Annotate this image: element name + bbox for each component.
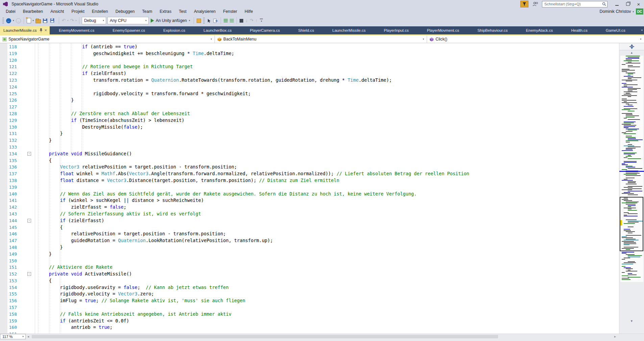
new-file-chevron-icon[interactable]: ▾ bbox=[32, 19, 35, 22]
menu-item-analysieren[interactable]: Analysieren bbox=[190, 8, 219, 15]
close-button[interactable]: × bbox=[633, 0, 644, 8]
code-line-151[interactable]: 151 // Aktiviere die Rakete bbox=[0, 264, 619, 271]
undo-chevron-icon[interactable]: ▾ bbox=[67, 19, 69, 22]
code-line-128[interactable]: 128 // Zerstöre erst nach Ablauf der Leb… bbox=[0, 110, 619, 117]
attach-to-process-button[interactable] bbox=[196, 17, 202, 24]
code-line-158[interactable]: 158 // Falls keine Antriebszeit angegebe… bbox=[0, 311, 619, 318]
toolbar-drag-handle[interactable] bbox=[2, 18, 4, 24]
code-line-124[interactable]: 124 bbox=[0, 84, 619, 90]
attach-chevron-icon[interactable]: ▾ bbox=[188, 19, 191, 22]
comment-button[interactable] bbox=[223, 17, 229, 24]
solution-configuration-combo[interactable]: Debug ▾ bbox=[82, 17, 106, 24]
navigate-forward-button[interactable]: → bbox=[15, 17, 22, 24]
code-line-143[interactable]: 143 // Sofern Zielerfassung aktiv ist, w… bbox=[0, 211, 619, 217]
code-line-152[interactable]: 152- private void ActivateMissile() bbox=[0, 271, 619, 278]
code-line-156[interactable]: 156 imFlug = true; // Solange Rakete akt… bbox=[0, 297, 619, 304]
code-line-119[interactable]: 119 geschwindigkeit += beschleunigung * … bbox=[0, 50, 619, 57]
uncomment-button[interactable] bbox=[229, 17, 235, 24]
menu-item-ansicht[interactable]: Ansicht bbox=[47, 8, 68, 15]
menu-item-hilfe[interactable]: Hilfe bbox=[241, 8, 257, 15]
project-dropdown[interactable]: SpaceNavigatorGame ▾ bbox=[0, 35, 215, 43]
code-line-149[interactable]: 149 } bbox=[0, 251, 619, 258]
menu-item-debuggen[interactable]: Debuggen bbox=[112, 8, 139, 15]
code-line-134[interactable]: 134- private void MissileGuidance() bbox=[0, 151, 619, 157]
tab-gameui[interactable]: GameUI.cs bbox=[597, 26, 635, 34]
code-line-137[interactable]: 137 float winkel = Mathf.Abs(Vector3.Ang… bbox=[0, 170, 619, 177]
minimize-button[interactable] bbox=[612, 0, 622, 8]
code-line-142[interactable]: 142 zielErfasst = false; bbox=[0, 204, 619, 211]
code-line-147[interactable]: 147 guidedRotation = Quaternion.LookRota… bbox=[0, 237, 619, 244]
code-line-145[interactable]: 145 { bbox=[0, 224, 619, 231]
code-line-122[interactable]: 122 if (zielErfasst) bbox=[0, 70, 619, 77]
editor-zoom-combo[interactable]: 117 % ▾ bbox=[0, 334, 26, 339]
collapse-region-button[interactable]: - bbox=[27, 272, 31, 276]
collapse-region-button[interactable]: - bbox=[27, 152, 31, 156]
tab-enemyspawner[interactable]: EnemySpawner.cs bbox=[103, 26, 154, 34]
code-line-144[interactable]: 144- if (zielErfasst) bbox=[0, 217, 619, 224]
tab-playerinput[interactable]: PlayerInput.cs bbox=[375, 26, 418, 34]
code-line-140[interactable]: 140 // Wenn das Ziel aus dem Sichtfeld g… bbox=[0, 191, 619, 198]
selection-pointer-button[interactable] bbox=[206, 17, 212, 24]
code-line-141[interactable]: 141 if (winkel > suchKegel || distance >… bbox=[0, 197, 619, 204]
tab-explosion[interactable]: Explosion.cs bbox=[154, 26, 194, 34]
type-dropdown[interactable]: BackToMainMenu ▾ bbox=[215, 35, 427, 43]
save-button[interactable] bbox=[42, 17, 48, 24]
search-input[interactable] bbox=[542, 2, 601, 6]
code-line-138[interactable]: 138 float distance = Vector3.Distance(ta… bbox=[0, 177, 619, 184]
code-line-160[interactable]: 160 antrieb = true; bbox=[0, 324, 619, 331]
code-line-132[interactable]: 132 } bbox=[0, 137, 619, 144]
editor-splitter-handle[interactable] bbox=[619, 43, 644, 50]
close-tab-icon[interactable]: × bbox=[45, 26, 47, 34]
restore-button[interactable] bbox=[622, 0, 633, 8]
tab-enemyatack[interactable]: EnemyAtack.cs bbox=[517, 26, 562, 34]
code-line-130[interactable]: 130 DestroyMissile(false); bbox=[0, 124, 619, 131]
member-dropdown[interactable]: Click() ▾ bbox=[427, 35, 644, 43]
scroll-right-arrow[interactable]: ▸ bbox=[614, 335, 616, 338]
tab-enemymovement[interactable]: EnemyMovement.cs bbox=[50, 26, 103, 34]
horizontal-scroll-thumb[interactable] bbox=[32, 335, 498, 338]
redo-button[interactable]: ↷ bbox=[69, 17, 75, 24]
tab-overflow-chevron-icon[interactable]: ▾ bbox=[641, 26, 643, 34]
tab-playermovment[interactable]: PlayerMovment.cs bbox=[418, 26, 468, 34]
code-line-129[interactable]: 129 if (TimeSince(abschussZeit) > lebens… bbox=[0, 117, 619, 124]
new-file-button[interactable] bbox=[26, 17, 32, 24]
menu-item-extras[interactable]: Extras bbox=[156, 8, 175, 15]
menu-item-projekt[interactable]: Projekt bbox=[68, 8, 88, 15]
user-name-button[interactable]: Dominik Christov bbox=[600, 9, 631, 14]
tab-launchermissile-active[interactable]: LauncherMissile.cs × bbox=[0, 26, 50, 34]
attach-to-unity-button[interactable]: An Unity anfügen ▾ bbox=[151, 18, 191, 23]
menu-item-fenster[interactable]: Fenster bbox=[219, 8, 241, 15]
code-line-121[interactable]: 121 // Rotiere und bewege in Richtung Ta… bbox=[0, 63, 619, 70]
notifications-filter-icon[interactable] bbox=[520, 1, 528, 7]
code-line-157[interactable]: 157 bbox=[0, 304, 619, 311]
code-line-150[interactable]: 150 bbox=[0, 258, 619, 264]
stop-button[interactable] bbox=[239, 17, 244, 24]
scroll-down-arrow[interactable]: ▼ bbox=[619, 319, 644, 323]
tab-health[interactable]: Health.cs bbox=[562, 26, 596, 34]
pin-icon[interactable] bbox=[40, 28, 43, 32]
tab-shield[interactable]: Shield.cs bbox=[289, 26, 323, 34]
code-line-136[interactable]: 136 Vector3 relativePosition = target.po… bbox=[0, 164, 619, 170]
code-line-125[interactable]: 125 rigidbody.velocity = transform.forwa… bbox=[0, 90, 619, 97]
code-line-118[interactable]: 118 if (antrieb == true) bbox=[0, 44, 619, 50]
menu-item-team[interactable]: Team bbox=[138, 8, 156, 15]
code-line-126[interactable]: 126 } bbox=[0, 97, 619, 104]
code-line-120[interactable]: 120 bbox=[0, 57, 619, 64]
code-editor[interactable]: 118 if (antrieb == true)119 geschwindigk… bbox=[0, 43, 619, 334]
menu-item-datei[interactable]: Datei bbox=[2, 8, 19, 15]
scroll-left-arrow[interactable]: ◂ bbox=[27, 335, 29, 338]
feedback-icon[interactable] bbox=[531, 1, 539, 7]
code-line-154[interactable]: 154 rigidbody.useGravity = false; // Kan… bbox=[0, 284, 619, 291]
undo-button[interactable]: ↶ bbox=[61, 17, 67, 24]
scroll-up-arrow[interactable]: ▲ bbox=[619, 51, 644, 54]
toolbar-drag-handle[interactable] bbox=[203, 18, 205, 24]
redo-chevron-icon[interactable]: ▾ bbox=[75, 19, 77, 22]
solution-platform-combo[interactable]: Any CPU ▾ bbox=[107, 17, 149, 24]
code-line-148[interactable]: 148 } bbox=[0, 244, 619, 251]
toolbar-overflow-button[interactable]: ▾ bbox=[260, 19, 263, 23]
vertical-scrollbar-map[interactable]: ▲ ▼ bbox=[619, 43, 644, 334]
collapse-region-button[interactable]: - bbox=[27, 219, 31, 222]
navigate-backward-button[interactable]: ← bbox=[5, 17, 12, 24]
save-all-button[interactable] bbox=[48, 17, 57, 24]
tab-launcherbox[interactable]: LauncherBox.cs bbox=[194, 26, 241, 34]
